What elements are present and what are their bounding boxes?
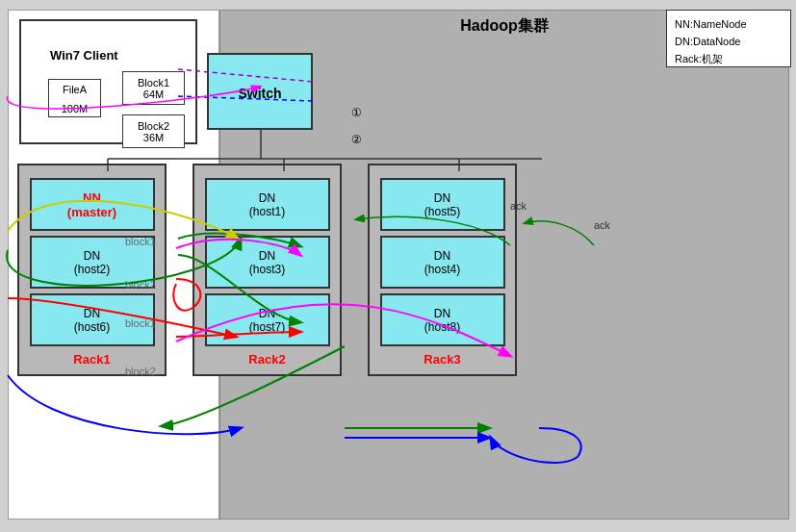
dn-host2-label: DN [74,249,110,263]
block2-label-left3: block2 [125,366,156,377]
nn-label: NN [67,190,116,205]
dn-host8-sub: (host8) [424,320,460,334]
dn-host7-label: DN [249,307,285,320]
fileA-box: FileA 100M [48,79,101,117]
dn-host3-sub: (host3) [249,263,285,276]
dn-host1-label: DN [249,191,285,205]
ack-label2: ack [594,219,610,231]
dn-host3-label: DN [249,249,285,263]
switch-label: Switch [238,86,281,101]
circle-num-1: ① [351,106,362,119]
block1-name: Block1 [138,77,169,89]
switch-box: Switch [207,53,313,130]
block2-box: Block2 36M [122,114,185,148]
rack2-container: DN (host1) DN (host3) DN (host7) Rack2 [193,164,342,376]
dn-host7-sub: (host7) [249,320,285,334]
dn-host4-label: DN [424,249,460,263]
block1-box: Block1 64M [122,71,185,105]
rack3-label: Rack3 [377,352,507,367]
dn-host8-box: DN (host8) [380,293,505,346]
block2-label-left: block2 [125,279,156,291]
rack2-label: Rack2 [202,352,332,367]
block1-label-left: block1 [125,236,156,247]
nn-master-box: NN (master) [30,178,155,231]
dn-host1-box: DN (host1) [205,178,330,231]
win7-client-label: Win7 Client [50,48,118,63]
block1-size: 64M [143,89,164,100]
nn-sub: (master) [67,205,116,219]
fileA-name: FileA [49,80,100,99]
rack3-container: DN (host5) DN (host4) DN (host8) Rack3 [368,164,517,376]
legend-line3: Rack:机架 [675,50,783,67]
dn-host7-box: DN (host7) [205,293,330,346]
win7-client-box: Win7 Client FileA 100M Block1 64M Block2… [19,19,197,144]
dn-host4-sub: (host4) [424,263,460,276]
dn-host6-label: DN [74,307,110,320]
block2-size: 36M [143,132,164,143]
dn-host5-label: DN [424,191,460,205]
dn-host2-sub: (host2) [74,263,110,276]
legend-line2: DN:DataNode [675,33,783,50]
fileA-size: 100M [49,99,100,118]
legend-box: NN:NameNode DN:DataNode Rack:机架 [666,10,791,67]
dn-host3-box: DN (host3) [205,236,330,289]
dn-host5-sub: (host5) [424,205,460,218]
dn-host4-box: DN (host4) [380,236,505,289]
dn-host8-label: DN [424,307,460,320]
legend-line1: NN:NameNode [675,15,783,33]
ack-label1: ack [510,200,526,212]
block1-label-left2: block1 [125,317,156,329]
dn-host6-sub: (host6) [74,320,110,334]
rack1-label: Rack1 [27,352,157,367]
circle-num-2: ② [351,133,362,146]
dn-host1-sub: (host1) [249,205,285,218]
rack1-container: NN (master) DN (host2) DN (host6) Rack1 [17,164,167,376]
dn-host5-box: DN (host5) [380,178,505,231]
main-container: Hadoop集群 Win7 Client FileA 100M Block1 6… [0,0,796,532]
block2-name: Block2 [138,120,169,132]
